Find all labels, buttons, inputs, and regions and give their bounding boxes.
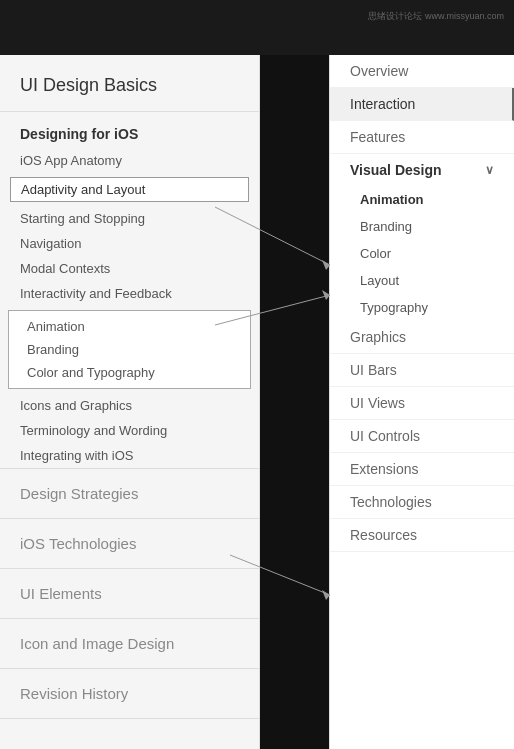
color-item[interactable]: Color (330, 240, 514, 267)
left-panel-title: UI Design Basics (0, 55, 259, 112)
modal-contexts-item[interactable]: Modal Contexts (0, 256, 259, 281)
icons-graphics-item[interactable]: Icons and Graphics (0, 393, 259, 418)
anim-item[interactable]: Animation (330, 186, 514, 213)
top-bar (0, 0, 514, 55)
color-typography-sub-item[interactable]: Color and Typography (9, 361, 250, 384)
layout-item[interactable]: Layout (330, 267, 514, 294)
integrating-ios-item[interactable]: Integrating with iOS (0, 443, 259, 468)
graphics-item[interactable]: Graphics (330, 321, 514, 354)
animation-sub-item[interactable]: Animation (9, 315, 250, 338)
navigation-item[interactable]: Navigation (0, 231, 259, 256)
ui-bars-item[interactable]: UI Bars (330, 354, 514, 387)
ui-controls-item[interactable]: UI Controls (330, 420, 514, 453)
design-strategies-link[interactable]: Design Strategies (0, 469, 259, 519)
ui-elements-link[interactable]: UI Elements (0, 569, 259, 619)
overview-item[interactable]: Overview (330, 55, 514, 88)
designing-for-ios-section: Designing for iOS iOS App Anatomy Adapti… (0, 112, 259, 469)
adaptivity-layout-item[interactable]: Adaptivity and Layout (10, 177, 249, 202)
watermark: 思绪设计论坛 www.missyuan.com (368, 10, 504, 23)
visual-design-subgroup: Animation Branding Color and Typography (8, 310, 251, 389)
icon-image-design-link[interactable]: Icon and Image Design (0, 619, 259, 669)
branding-item[interactable]: Branding (330, 213, 514, 240)
right-panel: Overview Interaction Features Visual Des… (329, 55, 514, 749)
chevron-down-icon: ∨ (485, 163, 494, 177)
ui-views-item[interactable]: UI Views (330, 387, 514, 420)
starting-stopping-item[interactable]: Starting and Stopping (0, 206, 259, 231)
ios-technologies-link[interactable]: iOS Technologies (0, 519, 259, 569)
extensions-item[interactable]: Extensions (330, 453, 514, 486)
visual-design-header[interactable]: Visual Design ∨ (330, 154, 514, 186)
typography-item[interactable]: Typography (330, 294, 514, 321)
technologies-item[interactable]: Technologies (330, 486, 514, 519)
branding-sub-item[interactable]: Branding (9, 338, 250, 361)
interaction-item[interactable]: Interaction (330, 88, 514, 121)
visual-design-label: Visual Design (350, 162, 442, 178)
ios-app-anatomy-item[interactable]: iOS App Anatomy (0, 148, 259, 173)
terminology-wording-item[interactable]: Terminology and Wording (0, 418, 259, 443)
designing-for-ios-title: Designing for iOS (0, 112, 259, 148)
resources-item[interactable]: Resources (330, 519, 514, 552)
revision-history-link[interactable]: Revision History (0, 669, 259, 719)
interactivity-feedback-item[interactable]: Interactivity and Feedback (0, 281, 259, 306)
middle-strip (260, 55, 329, 749)
features-item[interactable]: Features (330, 121, 514, 154)
left-panel: UI Design Basics Designing for iOS iOS A… (0, 55, 260, 749)
